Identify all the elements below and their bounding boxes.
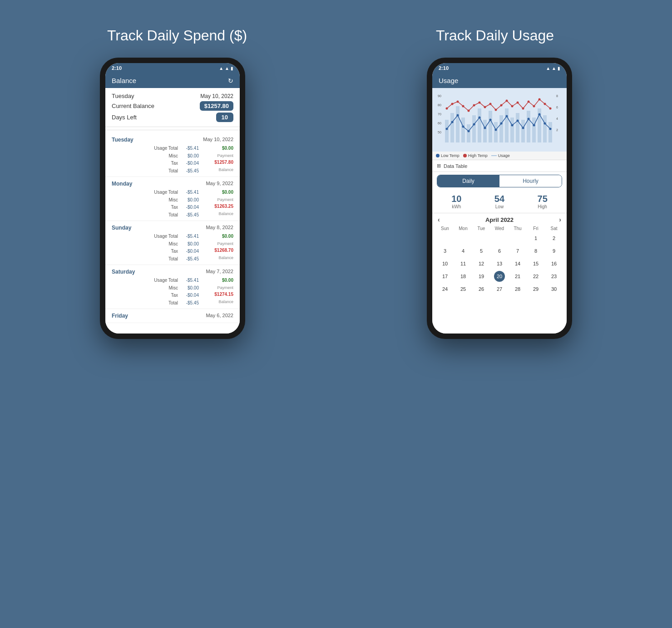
- low-temp-dot: [436, 154, 440, 157]
- current-balance-value: $1257.80: [200, 101, 233, 111]
- svg-point-47: [544, 123, 546, 125]
- svg-text:80: 80: [438, 103, 441, 107]
- app-header-balance: Balance ↻: [105, 73, 240, 88]
- svg-point-62: [517, 102, 519, 104]
- legend-low-temp: Low Temp: [436, 153, 460, 158]
- cal-day-2-0[interactable]: 10: [440, 258, 450, 269]
- svg-text:8: 8: [556, 94, 558, 98]
- low-temp-label: Low Temp: [441, 153, 460, 158]
- calendar-week-1: 3456789: [436, 245, 563, 256]
- svg-text:2: 2: [556, 128, 558, 132]
- cal-day-1-1[interactable]: 4: [458, 245, 469, 256]
- cal-day-3-4[interactable]: 21: [512, 271, 523, 282]
- daily-toggle-btn[interactable]: Daily: [437, 175, 499, 187]
- cal-day-4-0[interactable]: 24: [440, 284, 450, 294]
- day-date-0: May 10, 2022: [203, 137, 233, 143]
- calendar-grid: Sun Mon Tue Wed Thu Fri Sat 123456789101…: [432, 226, 567, 300]
- svg-point-43: [522, 127, 524, 129]
- cal-day-1-4[interactable]: 7: [512, 245, 523, 256]
- usage-chart: 90 80 70 60 50 8 6 4 2: [432, 88, 567, 152]
- cal-day-2-1[interactable]: 11: [458, 258, 469, 269]
- svg-text:60: 60: [438, 122, 441, 125]
- svg-point-41: [511, 124, 514, 127]
- svg-rect-17: [489, 111, 492, 142]
- cal-day-2-2[interactable]: 12: [476, 258, 487, 269]
- balance-screen: Tuesday May 10, 2022 Current Balance $12…: [105, 88, 240, 334]
- svg-point-50: [451, 103, 454, 105]
- svg-point-66: [539, 98, 541, 101]
- cal-day-3-2[interactable]: 19: [476, 271, 487, 282]
- svg-text:4: 4: [556, 117, 558, 120]
- status-icons-1: ▲ ▲ ▮: [219, 66, 233, 71]
- app-title-balance: Balance: [112, 77, 136, 84]
- cal-day-0-5[interactable]: 1: [530, 233, 541, 244]
- app-title-usage: Usage: [439, 77, 458, 84]
- balance-header-row: Tuesday May 10, 2022: [112, 93, 233, 99]
- svg-rect-19: [499, 115, 503, 142]
- kwh-value: 10: [451, 194, 461, 204]
- cal-day-2-6[interactable]: 16: [548, 258, 559, 269]
- svg-point-52: [462, 105, 464, 108]
- svg-rect-10: [450, 113, 454, 142]
- cal-day-0-4: [512, 233, 523, 244]
- cal-day-3-1[interactable]: 18: [458, 271, 469, 282]
- cal-day-4-6[interactable]: 30: [548, 284, 559, 294]
- cal-day-4-2[interactable]: 26: [476, 284, 487, 294]
- cal-day-1-2[interactable]: 5: [476, 245, 487, 256]
- kwh-stat: 10 kWh: [451, 194, 461, 209]
- days-left-value: 10: [216, 113, 233, 122]
- cal-day-0-2: [476, 233, 487, 244]
- prev-month-arrow[interactable]: ‹: [438, 216, 440, 223]
- cal-day-2-4[interactable]: 14: [512, 258, 523, 269]
- svg-point-36: [484, 127, 486, 129]
- day-entry-2: Sunday May 8, 2022 Usage Total Misc Tax …: [105, 221, 240, 265]
- cal-day-4-3[interactable]: 27: [494, 284, 505, 294]
- cal-day-2-3[interactable]: 13: [494, 258, 505, 269]
- balance-summary: Tuesday May 10, 2022 Current Balance $12…: [105, 88, 240, 127]
- cal-header-thu: Thu: [509, 226, 527, 231]
- calendar-week-0: 12: [436, 233, 563, 244]
- cal-header-sat: Sat: [545, 226, 563, 231]
- hourly-toggle-btn[interactable]: Hourly: [499, 175, 562, 187]
- day-entry-1: Monday May 9, 2022 Usage Total Misc Tax …: [105, 177, 240, 221]
- svg-rect-14: [472, 115, 476, 142]
- svg-point-67: [544, 103, 546, 105]
- day-header-3: Saturday May 7, 2022: [112, 269, 233, 275]
- battery-icon: ▮: [231, 66, 233, 71]
- calendar-week-4: 24252627282930: [436, 284, 563, 294]
- svg-rect-23: [521, 120, 525, 142]
- cal-day-4-5[interactable]: 29: [530, 284, 541, 294]
- cal-day-3-5[interactable]: 22: [530, 271, 541, 282]
- refresh-icon[interactable]: ↻: [228, 77, 233, 84]
- svg-point-49: [446, 108, 448, 110]
- cal-day-3-3[interactable]: 20: [494, 271, 505, 282]
- cal-day-3-6[interactable]: 23: [548, 271, 559, 282]
- chart-svg: 90 80 70 60 50 8 6 4 2: [436, 92, 563, 148]
- daily-hourly-toggle[interactable]: Daily Hourly: [437, 175, 562, 187]
- low-label: Low: [494, 204, 504, 209]
- cal-day-2-5[interactable]: 15: [530, 258, 541, 269]
- svg-point-35: [479, 117, 481, 119]
- app-header-usage: Usage: [432, 73, 567, 88]
- cal-day-4-4[interactable]: 28: [512, 284, 523, 294]
- cal-day-1-6[interactable]: 9: [548, 245, 559, 256]
- cal-day-1-5[interactable]: 8: [530, 245, 541, 256]
- cal-day-1-0[interactable]: 3: [440, 245, 450, 256]
- svg-rect-15: [478, 108, 481, 142]
- svg-point-64: [528, 101, 530, 103]
- cal-header-wed: Wed: [490, 226, 509, 231]
- next-month-arrow[interactable]: ›: [559, 216, 561, 223]
- status-time-2: 2:10: [439, 65, 449, 71]
- cal-day-1-3[interactable]: 6: [494, 245, 505, 256]
- phone-usage: 2:10 ▲ ▲ ▮ Usage 90 80 70: [427, 58, 572, 339]
- last-day-header: Friday May 6, 2022: [112, 313, 233, 319]
- cal-day-4-1[interactable]: 25: [458, 284, 469, 294]
- high-label: High: [538, 204, 548, 209]
- cal-day-3-0[interactable]: 17: [440, 271, 450, 282]
- usage-stats-row: 10 kWh 54 Low 75 High: [432, 190, 567, 213]
- cal-day-0-6[interactable]: 2: [548, 233, 559, 244]
- svg-point-39: [500, 123, 503, 125]
- svg-rect-20: [505, 108, 509, 142]
- current-balance-label: Current Balance: [112, 103, 154, 109]
- days-left-row: Days Left 10: [112, 113, 233, 122]
